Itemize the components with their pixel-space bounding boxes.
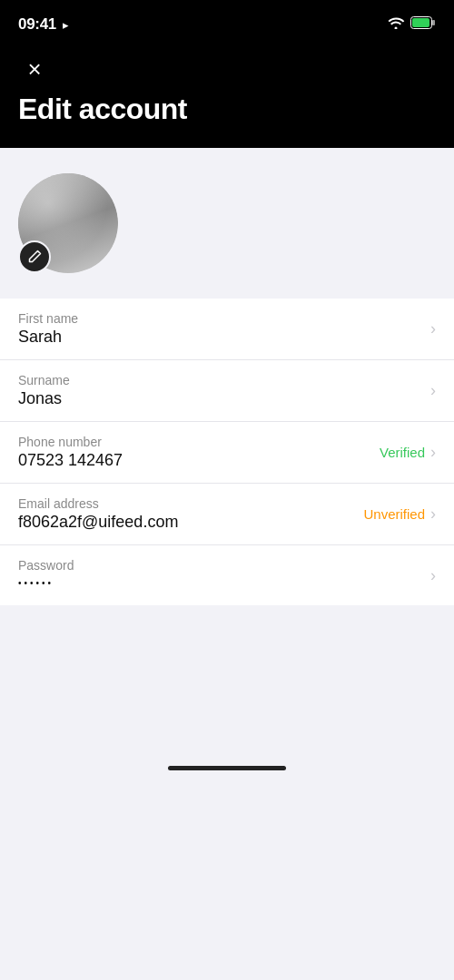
status-time-area: 09:41 ▸ [18,15,69,34]
password-label: Password [18,558,74,573]
chevron-icon: › [430,443,436,462]
bottom-area [0,605,454,787]
verified-badge: Verified [380,445,425,460]
svg-rect-2 [412,18,429,27]
battery-icon [410,16,436,33]
svg-rect-1 [432,20,435,25]
first-name-label: First name [18,311,78,326]
location-icon: ▸ [63,18,69,32]
chevron-icon: › [430,319,436,338]
unverified-badge: Unverified [363,506,425,522]
surname-value: Jonas [18,389,70,408]
status-bar: 09:41 ▸ [0,0,454,45]
status-icons [387,16,436,33]
surname-row[interactable]: Surname Jonas › [0,360,454,422]
chevron-icon: › [430,381,436,400]
first-name-row[interactable]: First name Sarah › [0,299,454,360]
avatar-section [0,148,454,299]
phone-value: 07523 142467 [18,451,123,470]
page-title: Edit account [18,93,436,126]
chevron-icon: › [430,505,436,524]
email-value: f8062a2f@uifeed.com [18,513,178,532]
email-row[interactable]: Email address f8062a2f@uifeed.com Unveri… [0,484,454,545]
chevron-icon: › [430,566,436,585]
home-indicator [168,766,286,770]
password-value: •••••• [18,574,74,593]
email-label: Email address [18,496,178,511]
surname-label: Surname [18,373,70,387]
phone-label: Phone number [18,435,123,449]
wifi-icon [387,16,405,33]
close-icon: × [27,57,41,81]
form-section: First name Sarah › Surname Jonas › Phone… [0,299,454,605]
avatar-wrapper [18,173,118,273]
edit-avatar-button[interactable] [18,240,51,273]
header: × Edit account [0,45,454,148]
first-name-value: Sarah [18,328,78,347]
status-time: 09:41 [18,15,56,33]
close-button[interactable]: × [18,53,51,85]
phone-row[interactable]: Phone number 07523 142467 Verified › [0,422,454,484]
password-row[interactable]: Password •••••• › [0,545,454,605]
pencil-icon [27,250,42,264]
